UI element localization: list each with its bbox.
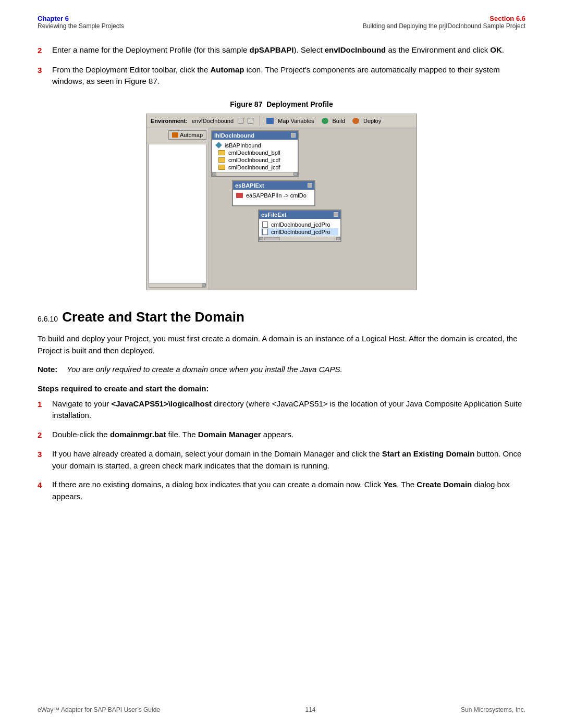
folder-icon-2 — [218, 157, 225, 163]
bold-javcaps-path: <JavaCAPS51>\logicalhost — [111, 399, 212, 408]
steps-heading: Steps required to create and start the d… — [38, 384, 525, 393]
build-label[interactable]: Build — [333, 118, 345, 124]
main-window-scrollbar[interactable] — [212, 172, 298, 176]
scroll-right-arrow — [293, 172, 298, 176]
sub-window-2-wrapper: esFileExt cmlDocInbound_jcdPro — [258, 209, 414, 245]
sub-window-2-title: esFileExt — [261, 212, 286, 218]
env-value: envIDocInbound — [192, 118, 234, 124]
main-window-ihdocinbound: IhIDocInbound isBAPInbound cmlDocInbound… — [211, 130, 299, 177]
main-window-title: IhIDocInbound — [214, 132, 254, 139]
footer-center: 114 — [305, 706, 315, 713]
note-text: You are only required to create a domain… — [67, 364, 342, 376]
file-icon-1 — [262, 221, 268, 228]
main-window-titlebar: IhIDocInbound — [212, 131, 298, 140]
sub-window-1-wrapper: esBAPIExt eaSAPBAPIIn -> cmlDo — [232, 180, 414, 209]
folder-icon-1 — [218, 150, 225, 155]
step-num-3: 3 — [38, 64, 52, 88]
tree-item-folder2: cmlDocInbound_jcdf — [214, 156, 296, 164]
header-right: Section 6.6 Building and Deploying the p… — [363, 15, 525, 30]
note-label: Note: — [38, 364, 67, 376]
sub1-item-1: eaSAPBAPIIn -> cmlDo — [235, 192, 312, 199]
bold-ok: OK — [490, 45, 502, 54]
note-block: Note: You are only required to create a … — [38, 364, 525, 376]
deploy-icon — [352, 118, 359, 124]
sub2-scrollbar[interactable] — [259, 237, 340, 241]
bold-envIDocInbound: envIDocInbound — [325, 45, 386, 54]
figure-caption: Figure 87 Deployment Profile — [38, 100, 525, 108]
sub-window-esfile: esFileExt cmlDocInbound_jcdPro — [258, 209, 341, 242]
sub2-scroll-l — [259, 237, 263, 240]
section-num: 6.6.10 — [38, 315, 58, 323]
sub-window-1-body: eaSAPBAPIIn -> cmlDo — [233, 190, 314, 205]
diamond-icon — [215, 142, 222, 149]
sub2-label-1: cmlDocInbound_jcdPro — [271, 221, 331, 228]
step-domain-2: 2 Double-click the domainmgr.bat file. T… — [38, 429, 525, 441]
map-variables-icon — [266, 118, 274, 124]
section-heading-6610: 6.6.10 Create and Start the Domain — [38, 309, 525, 325]
tree-label-2: cmlDocInbound_jcdf — [228, 157, 280, 163]
sub-window-1-titlebar: esBAPIExt — [233, 181, 314, 190]
step-domain-2-text: Double-click the domainmgr.bat file. The… — [52, 429, 525, 441]
main-window-body: isBAPInbound cmlDocInbound_bpll cmlDocIn… — [212, 140, 298, 172]
deployment-screenshot: Environment: envIDocInbound Map Variable… — [146, 114, 417, 290]
bold-domainmgr: domainmgr.bat — [110, 430, 166, 439]
bold-domain-manager: Domain Manager — [198, 430, 261, 439]
scroll-left-arrow — [212, 172, 216, 176]
resize-icon-sub1[interactable] — [308, 183, 312, 188]
body-para-1: To build and deploy your Project, you mu… — [38, 332, 525, 357]
tree-label-1: cmlDocInbound_bpll — [228, 150, 280, 156]
step-domain-num-4: 4 — [38, 479, 52, 502]
deploy-toolbar: Environment: envIDocInbound Map Variable… — [146, 114, 417, 128]
sub-window-esbapi: esBAPIExt eaSAPBAPIIn -> cmlDo — [232, 180, 315, 206]
step-domain-num-1: 1 — [38, 398, 52, 422]
resize-icon-main[interactable] — [291, 133, 296, 138]
right-panel: IhIDocInbound isBAPInbound cmlDocInbound… — [209, 128, 417, 290]
tree-item-folder1: cmlDocInbound_bpll — [214, 149, 296, 156]
deploy-body: Automap IhIDocInbound — [146, 128, 417, 290]
step-domain-3-text: If you have already created a domain, se… — [52, 448, 525, 472]
arrow-icon-1 — [236, 193, 243, 198]
sub-window-2-body: cmlDocInbound_jcdPro cmlDocInbound_jcdPr… — [259, 219, 340, 237]
left-panel: Automap — [146, 128, 209, 290]
chapter-subtitle: Reviewing the Sample Projects — [38, 22, 124, 30]
tree-item-folder3: cmlDocInbound_jcdf — [214, 164, 296, 171]
main-content: 2 Enter a name for the Deployment Profil… — [0, 35, 563, 530]
section-subtitle: Building and Deploying the prjIDocInboun… — [363, 22, 525, 30]
left-panel-area — [149, 144, 206, 288]
figure-87: Figure 87 Deployment Profile Environment… — [38, 100, 525, 290]
bold-automap: Automap — [210, 65, 244, 74]
step-domain-num-2: 2 — [38, 429, 52, 441]
sub2-scroll-r — [336, 237, 340, 240]
left-scrollbar[interactable] — [149, 283, 206, 287]
file-icon-2 — [262, 229, 268, 235]
sub2-item-2: cmlDocInbound_jcdPro — [261, 228, 338, 236]
resize-icon-sub2[interactable] — [334, 212, 338, 217]
step-domain-num-3: 3 — [38, 448, 52, 472]
step-num-2: 2 — [38, 44, 52, 57]
env-label: Environment: — [151, 118, 188, 124]
footer-left: eWay™ Adapter for SAP BAPI User’s Guide — [38, 706, 160, 713]
toolbar-sep — [260, 116, 260, 126]
step-domain-1: 1 Navigate to your <JavaCAPS51>\logicalh… — [38, 398, 525, 422]
sub-window-2-titlebar: esFileExt — [259, 211, 340, 219]
bold-yes: Yes — [383, 480, 397, 489]
tree-item-diamond: isBAPInbound — [214, 142, 296, 149]
tree-item-label-isBAPInbound: isBAPInbound — [225, 142, 261, 149]
automap-icon — [172, 132, 178, 138]
bold-dpSAPBAPI: dpSAPBAPI — [250, 45, 294, 54]
sub2-label-2: cmlDocInbound_jcdPro — [271, 229, 331, 235]
step-domain-4-text: If there are no existing domains, a dial… — [52, 479, 525, 502]
tree-label-3: cmlDocInbound_jcdf — [228, 164, 280, 170]
page-footer: eWay™ Adapter for SAP BAPI User’s Guide … — [38, 706, 525, 713]
map-variables-label[interactable]: Map Variables — [278, 118, 314, 124]
sub1-label-1: eaSAPBAPIIn -> cmlDo — [246, 192, 307, 199]
sub2-scroll-thumb — [264, 237, 280, 240]
deploy-label[interactable]: Deploy — [363, 118, 381, 124]
build-icon — [322, 118, 328, 124]
scroll-arrow-left — [202, 283, 206, 287]
step-2-before-figure: 2 Enter a name for the Deployment Profil… — [38, 44, 525, 57]
automap-button[interactable]: Automap — [168, 130, 206, 140]
header-left: Chapter 6 Reviewing the Sample Projects — [38, 15, 124, 30]
chapter-label: Chapter 6 — [38, 15, 124, 22]
step-domain-4: 4 If there are no existing domains, a di… — [38, 479, 525, 502]
